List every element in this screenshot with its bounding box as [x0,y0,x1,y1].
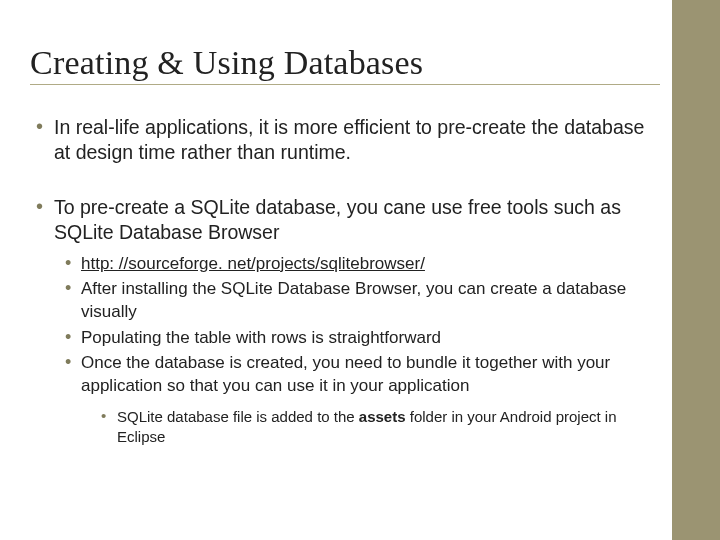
sub-bullet-text: Populating the table with rows is straig… [81,328,441,347]
sub-bullet-list: http: //sourceforge. net/projects/sqlite… [54,253,660,447]
sub-bullet-item: Populating the table with rows is straig… [63,327,660,350]
slide-content: Creating & Using Databases In real-life … [30,44,660,477]
bullet-list: In real-life applications, it is more ef… [30,115,660,447]
accent-band [672,0,720,540]
sub-bullet-text: Once the database is created, you need t… [81,353,610,395]
bullet-text: In real-life applications, it is more ef… [54,116,644,163]
sub-sub-bullet-text-em: assets [359,408,406,425]
bullet-text: To pre-create a SQLite database, you can… [54,196,621,243]
sqlitebrowser-link[interactable]: http: //sourceforge. net/projects/sqlite… [81,254,425,273]
sub-bullet-item: After installing the SQLite Database Bro… [63,278,660,323]
bullet-item: In real-life applications, it is more ef… [34,115,660,165]
sub-sub-bullet-item: SQLite database file is added to the ass… [99,407,660,447]
sub-bullet-item: Once the database is created, you need t… [63,352,660,447]
sub-sub-bullet-text-pre: SQLite database file is added to the [117,408,359,425]
slide-title: Creating & Using Databases [30,44,660,85]
bullet-item: To pre-create a SQLite database, you can… [34,195,660,447]
sub-bullet-item: http: //sourceforge. net/projects/sqlite… [63,253,660,276]
sub-sub-bullet-list: SQLite database file is added to the ass… [81,407,660,447]
sub-bullet-text: After installing the SQLite Database Bro… [81,279,626,321]
